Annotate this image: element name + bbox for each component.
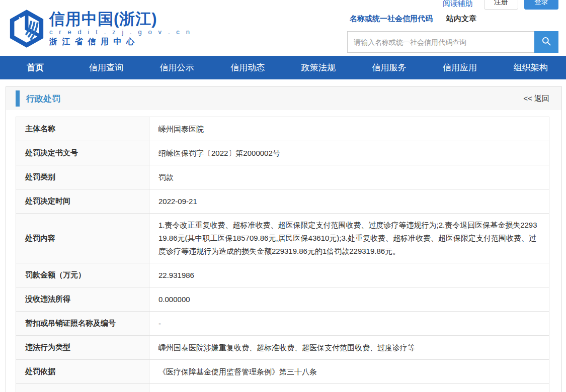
search-input[interactable] bbox=[347, 31, 534, 53]
row-label: 处罚依据 bbox=[16, 360, 149, 383]
table-row: 处罚决定时间 2022-09-21 bbox=[16, 189, 549, 214]
row-value: 2022-09-21 bbox=[149, 189, 549, 213]
table-row: 处罚类别 罚款 bbox=[16, 165, 549, 189]
content-container: 行政处罚 << 返回 主体名称 嵊州国泰医院 处罚决定书文号 绍嵊医保罚字〔20… bbox=[6, 86, 562, 392]
row-value: 罚款 bbox=[149, 165, 549, 189]
tab-site-articles[interactable]: 站内文章 bbox=[446, 14, 476, 24]
table-row: 主体名称 嵊州国泰医院 bbox=[16, 117, 549, 141]
nav-item[interactable]: 信用应用 bbox=[425, 56, 496, 79]
accent-bar bbox=[16, 90, 20, 107]
row-label: 处罚决定时间 bbox=[16, 189, 149, 213]
search-icon bbox=[541, 36, 551, 48]
row-value: 1.责令改正重复收费、超标准收费、超医保限定支付范围收费、过度诊疗等违规行为;2… bbox=[149, 214, 549, 263]
credit-china-logo-icon bbox=[7, 9, 46, 48]
page-title: 行政处罚 bbox=[26, 93, 60, 105]
nav-item[interactable]: 信用查询 bbox=[71, 56, 142, 79]
row-value: 22.931986 bbox=[149, 263, 549, 287]
search-bar bbox=[347, 31, 558, 53]
site-title: 信用中国(浙江) bbox=[49, 10, 192, 28]
table-row bbox=[16, 384, 549, 392]
row-label: 暂扣或吊销证照名称及编号 bbox=[16, 312, 149, 335]
row-label: 罚款金额（万元） bbox=[16, 263, 149, 287]
search-button[interactable] bbox=[534, 31, 558, 53]
table-row: 违法行为类型 嵊州国泰医院涉嫌重复收费、超标准收费、超医保支付范围收费、过度诊疗… bbox=[16, 336, 549, 360]
nav-item[interactable]: 组织架构 bbox=[495, 56, 566, 79]
row-label: 处罚类别 bbox=[16, 165, 149, 189]
row-label: 处罚决定书文号 bbox=[16, 141, 149, 165]
row-value bbox=[149, 384, 549, 392]
row-value: 《医疗保障基金使用监督管理条例》第三十八条 bbox=[149, 360, 549, 383]
register-button[interactable]: 注册 bbox=[484, 0, 518, 10]
reading-assist-link[interactable]: 阅读辅助 bbox=[443, 0, 473, 9]
page-header: 信用中国(浙江) c r e d i t . z j . g o v . c n… bbox=[0, 0, 566, 56]
row-label: 违法行为类型 bbox=[16, 336, 149, 359]
nav-item[interactable]: 信用动态 bbox=[212, 56, 283, 79]
login-button[interactable]: 登录 bbox=[524, 0, 558, 10]
site-subtitle: 浙江省信用中心 bbox=[49, 37, 192, 47]
table-row: 罚款金额（万元） 22.931986 bbox=[16, 263, 549, 287]
nav-item[interactable]: 政策法规 bbox=[283, 56, 354, 79]
penalty-detail-table: 主体名称 嵊州国泰医院 处罚决定书文号 绍嵊医保罚字〔2022〕第2000002… bbox=[16, 117, 549, 392]
top-actions: 阅读辅助 注册 登录 bbox=[443, 0, 558, 10]
table-row: 处罚依据 《医疗保障基金使用监督管理条例》第三十八条 bbox=[16, 360, 549, 384]
tab-credit-code-search[interactable]: 名称或统一社会信用代码 bbox=[350, 14, 433, 24]
row-label: 处罚内容 bbox=[16, 214, 149, 263]
table-row: 没收违法所得 0.000000 bbox=[16, 287, 549, 312]
row-value: 0.000000 bbox=[149, 287, 549, 311]
row-label: 主体名称 bbox=[16, 117, 149, 141]
row-value: 嵊州国泰医院 bbox=[149, 117, 549, 141]
table-row: 暂扣或吊销证照名称及编号 - bbox=[16, 312, 549, 336]
row-label: 没收违法所得 bbox=[16, 287, 149, 311]
main-nav: 首页 信用查询 信用公示 信用动态 政策法规 信用服务 信用应用 组织架构 bbox=[0, 56, 566, 79]
table-row: 处罚内容 1.责令改正重复收费、超标准收费、超医保限定支付范围收费、过度诊疗等违… bbox=[16, 214, 549, 263]
row-label bbox=[16, 384, 149, 392]
nav-item[interactable]: 首页 bbox=[0, 56, 71, 79]
back-link[interactable]: << 返回 bbox=[523, 94, 549, 104]
row-value: 嵊州国泰医院涉嫌重复收费、超标准收费、超医保支付范围收费、过度诊疗等 bbox=[149, 336, 549, 359]
table-row: 处罚决定书文号 绍嵊医保罚字〔2022〕第2000002号 bbox=[16, 141, 549, 165]
search-tabs: 名称或统一社会信用代码 站内文章 bbox=[350, 14, 476, 24]
row-value: - bbox=[149, 312, 549, 335]
section-header: 行政处罚 << 返回 bbox=[6, 87, 561, 110]
nav-item[interactable]: 信用公示 bbox=[141, 56, 212, 79]
site-logo[interactable]: 信用中国(浙江) c r e d i t . z j . g o v . c n… bbox=[7, 9, 192, 48]
site-domain: c r e d i t . z j . g o v . c n bbox=[49, 28, 192, 36]
row-value: 绍嵊医保罚字〔2022〕第2000002号 bbox=[149, 141, 549, 165]
nav-item[interactable]: 信用服务 bbox=[354, 56, 425, 79]
